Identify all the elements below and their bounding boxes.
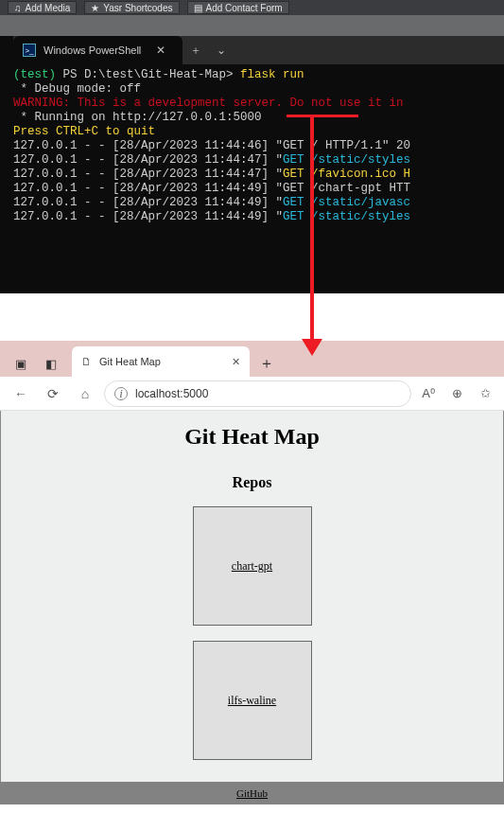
running-line: Running on http://127.0.0.1:5000 <box>35 111 262 124</box>
github-link[interactable]: GitHub <box>236 787 268 799</box>
page-favicon-icon: 🗋 <box>81 356 92 367</box>
tab-actions-icon[interactable]: ▣ <box>8 350 34 377</box>
new-tab-button[interactable]: ＋ <box>182 43 209 59</box>
ctrlc-line: Press CTRL+C to quit <box>13 125 155 138</box>
dbg-prefix: * <box>13 82 35 96</box>
log-req: GET / HTTP/1.1" 20 <box>283 139 410 152</box>
home-button[interactable]: ⌂ <box>72 380 98 407</box>
log-ip: 127.0.0.1 - - <box>13 182 113 195</box>
command-text: flask run <box>240 68 304 81</box>
annotation-underline <box>287 115 358 117</box>
gap <box>0 15 504 36</box>
yasr-button[interactable]: ★ Yasr Shortcodes <box>84 1 179 14</box>
star-icon: ★ <box>91 3 99 13</box>
add-media-button[interactable]: ♫ Add Media <box>8 1 77 14</box>
log-mid: " <box>269 153 283 167</box>
new-browser-tab-button[interactable]: ＋ <box>253 350 280 377</box>
log-mid: " <box>269 182 283 195</box>
log-mid: " <box>269 196 283 209</box>
prompt-path: PS D:\test\Git-Heat-Map> <box>63 68 234 81</box>
favorites-icon[interactable]: ✩ <box>474 382 496 405</box>
browser-toolbar: ← ⟳ ⌂ i localhost:5000 A⁰ ⊕ ✩ <box>0 377 504 411</box>
repo-card[interactable]: chart-gpt <box>193 506 312 626</box>
terminal-window: >_ Windows PowerShell ✕ ＋ ⌄ (test) PS D:… <box>0 36 504 293</box>
gap <box>0 293 504 341</box>
vertical-tabs-icon[interactable]: ◧ <box>38 350 64 377</box>
log-ip: 127.0.0.1 - - <box>13 153 113 167</box>
repo-card[interactable]: ilfs-waline <box>193 641 312 760</box>
repo-link[interactable]: chart-gpt <box>232 559 272 574</box>
terminal-tab-active[interactable]: >_ Windows PowerShell ✕ <box>13 36 182 64</box>
log-req: GET /favicon.ico H <box>283 168 410 181</box>
log-mid: " <box>269 210 283 223</box>
add-media-label: Add Media <box>26 3 71 13</box>
form-icon: ▤ <box>194 3 202 13</box>
log-ip: 127.0.0.1 - - <box>13 139 113 152</box>
arrow-head-icon <box>302 339 322 356</box>
log-ip: 127.0.0.1 - - <box>13 210 113 223</box>
contact-label: Add Contact Form <box>206 3 283 13</box>
log-ts: [28/Apr/2023 11:44:46] <box>113 139 269 152</box>
wp-toolbar: ♫ Add Media ★ Yasr Shortcodes ▤ Add Cont… <box>0 0 504 15</box>
media-icon: ♫ <box>14 3 22 13</box>
log-req: GET /static/styles <box>283 153 410 167</box>
tab-dropdown-icon[interactable]: ⌄ <box>209 44 234 57</box>
close-tab-icon[interactable]: ✕ <box>232 356 240 368</box>
log-ts: [28/Apr/2023 11:44:49] <box>113 182 269 195</box>
terminal-tab-bar: >_ Windows PowerShell ✕ ＋ ⌄ <box>13 36 504 64</box>
terminal-output[interactable]: (test) PS D:\test\Git-Heat-Map> flask ru… <box>13 64 504 224</box>
log-req: GET /static/styles <box>283 210 410 223</box>
powershell-icon: >_ <box>23 44 36 57</box>
arrow-line <box>310 116 314 344</box>
log-ts: [28/Apr/2023 11:44:47] <box>113 153 269 167</box>
log-ip: 127.0.0.1 - - <box>13 196 113 209</box>
run-prefix: * <box>13 111 35 124</box>
log-mid: " <box>269 168 283 181</box>
read-aloud-icon[interactable]: A⁰ <box>417 382 440 405</box>
debug-line: Debug mode: off <box>35 82 142 96</box>
add-contact-form-button[interactable]: ▤ Add Contact Form <box>187 1 289 14</box>
yasr-label: Yasr Shortcodes <box>103 3 172 13</box>
zoom-icon[interactable]: ⊕ <box>445 382 468 405</box>
log-ts: [28/Apr/2023 11:44:49] <box>113 196 269 209</box>
browser-tab-strip: ▣ ◧ 🗋 Git Heat Map ✕ ＋ <box>0 341 504 377</box>
page-footer: GitHub <box>0 782 504 804</box>
browser-tab-active[interactable]: 🗋 Git Heat Map ✕ <box>72 346 250 377</box>
terminal-tab-title: Windows PowerShell <box>43 44 141 56</box>
warning-line: WARNING: This is a development server. D… <box>13 97 410 110</box>
page-content: Git Heat Map Repos chart-gpt ilfs-waline <box>0 411 504 782</box>
log-ts: [28/Apr/2023 11:44:49] <box>113 210 269 223</box>
log-req: GET /static/javasc <box>283 196 410 209</box>
venv-label: (test) <box>13 68 56 81</box>
log-ip: 127.0.0.1 - - <box>13 168 113 181</box>
url-text: localhost:5000 <box>135 387 208 400</box>
page-subtitle: Repos <box>1 474 503 491</box>
browser-tab-title: Git Heat Map <box>99 356 161 367</box>
close-icon[interactable]: ✕ <box>148 44 173 57</box>
log-mid: " <box>269 139 283 152</box>
log-ts: [28/Apr/2023 11:44:47] <box>113 168 269 181</box>
repo-link[interactable]: ilfs-waline <box>228 694 276 708</box>
back-button[interactable]: ← <box>8 380 34 407</box>
address-bar[interactable]: i localhost:5000 <box>104 380 411 407</box>
log-req: GET /chart-gpt HTT <box>283 182 410 195</box>
refresh-button[interactable]: ⟳ <box>40 380 66 407</box>
page-title: Git Heat Map <box>1 424 503 450</box>
browser-window: ▣ ◧ 🗋 Git Heat Map ✕ ＋ ← ⟳ ⌂ i localhost… <box>0 341 504 804</box>
site-info-icon[interactable]: i <box>114 387 128 400</box>
